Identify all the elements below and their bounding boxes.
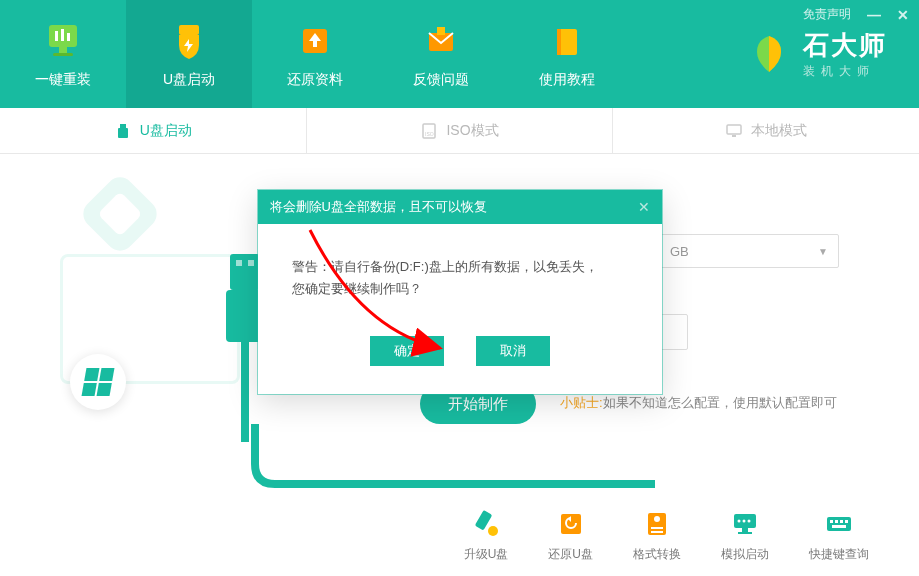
dialog-warning-line2: 您确定要继续制作吗？ <box>292 278 628 300</box>
dialog-warning-line1: 警告：请自行备份(D:F:)盘上的所有数据，以免丢失， <box>292 256 628 278</box>
dialog-ok-button[interactable]: 确定 <box>370 336 444 366</box>
confirm-dialog: 将会删除U盘全部数据，且不可以恢复 ✕ 警告：请自行备份(D:F:)盘上的所有数… <box>258 190 662 394</box>
dialog-title: 将会删除U盘全部数据，且不可以恢复 <box>270 198 487 216</box>
dialog-actions: 确定 取消 <box>258 318 662 394</box>
dialog-close-button[interactable]: ✕ <box>638 199 650 215</box>
dialog-header: 将会删除U盘全部数据，且不可以恢复 ✕ <box>258 190 662 224</box>
modal-overlay: 将会删除U盘全部数据，且不可以恢复 ✕ 警告：请自行备份(D:F:)盘上的所有数… <box>0 0 919 576</box>
dialog-cancel-button[interactable]: 取消 <box>476 336 550 366</box>
dialog-body: 警告：请自行备份(D:F:)盘上的所有数据，以免丢失， 您确定要继续制作吗？ <box>258 224 662 318</box>
